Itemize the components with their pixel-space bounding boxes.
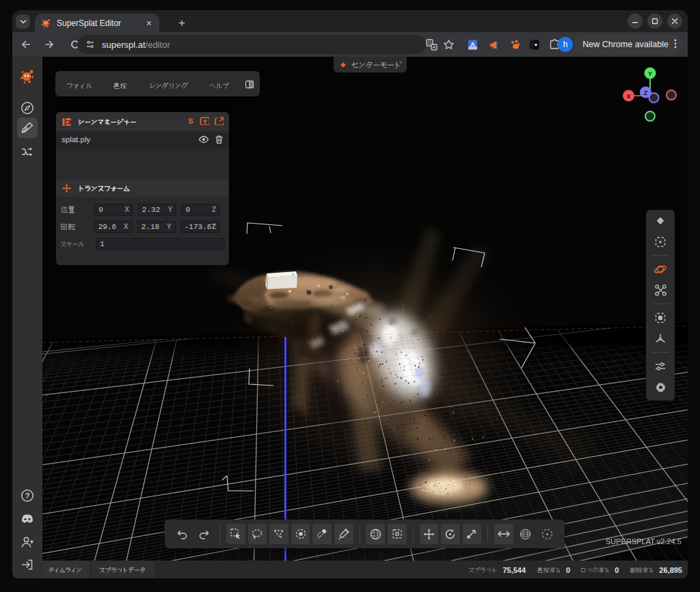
svg-text:?: ? bbox=[25, 492, 30, 500]
svg-text:A: A bbox=[470, 40, 475, 47]
svg-text:Y: Y bbox=[648, 70, 652, 77]
svg-text:G: G bbox=[427, 40, 431, 45]
svg-text:X: X bbox=[626, 93, 630, 100]
svg-text:Z: Z bbox=[644, 90, 648, 96]
svg-text:S: S bbox=[188, 117, 193, 125]
